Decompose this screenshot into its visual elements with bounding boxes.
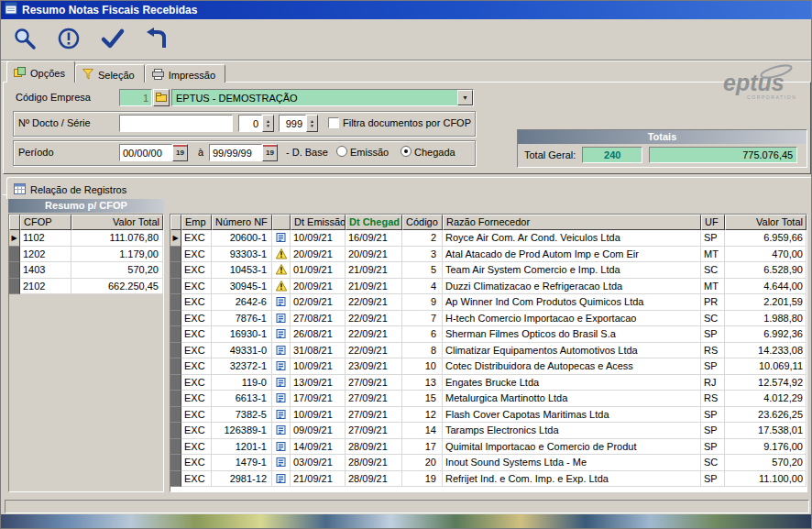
cfop-col-header[interactable]: Valor Total — [71, 215, 163, 230]
valor-cell: 2.201,59 — [725, 294, 807, 311]
grid-row[interactable]: EXC2981-1221/09/2128/09/2119Refrijet Ind… — [170, 471, 807, 488]
grid-row[interactable]: EXC10453-101/09/2121/09/215Team Air Syst… — [170, 262, 807, 279]
grid-row[interactable]: ▶EXC20600-110/09/2116/09/212Royce Air Co… — [170, 230, 807, 247]
uf-cell: SP — [701, 471, 725, 488]
cfop-cell: 1403 — [20, 262, 71, 279]
dt-chegada-cell: 28/09/21 — [346, 471, 402, 488]
cfop-row[interactable]: 1403570,20 — [9, 262, 163, 279]
grid-row[interactable]: EXC93303-120/09/2120/09/213Atal Atacado … — [170, 247, 807, 263]
valor-cell: 12.574,92 — [725, 375, 807, 391]
row-indicator — [170, 247, 181, 263]
periodo-ate-input[interactable] — [209, 144, 262, 161]
dt-emissao-cell: 10/09/21 — [291, 230, 346, 247]
grid-col-header[interactable] — [272, 215, 291, 230]
cfop-row[interactable]: ▶1102111.076,80 — [9, 230, 163, 247]
total-geral-label: Total Geral: — [524, 149, 576, 160]
fornecedor-cell: Engates Brucke Ltda — [443, 375, 701, 391]
serie-de-input[interactable] — [238, 115, 262, 132]
alert-button[interactable] — [52, 23, 85, 56]
cfop-header-row: CFOPValor Total — [9, 215, 163, 230]
grid-row[interactable]: EXC7382-510/09/2127/09/2112Flash Cover C… — [170, 407, 807, 424]
serie-ate-input[interactable] — [279, 115, 306, 132]
search-icon — [13, 27, 37, 53]
grid-col-header[interactable]: Número NF — [212, 215, 272, 230]
filtro-cfop-checkbox[interactable] — [328, 117, 339, 128]
grid-col-header[interactable]: Razão Fornecedor — [443, 215, 701, 230]
grid-row[interactable]: EXC49331-031/08/2122/09/218Climatizar Eq… — [170, 343, 807, 359]
dt-emissao-cell: 02/09/21 — [291, 294, 346, 311]
cfop-col-header[interactable]: CFOP — [20, 215, 71, 230]
warning-icon — [272, 279, 291, 295]
dt-emissao-cell: 03/09/21 — [291, 455, 346, 471]
row-indicator — [170, 343, 181, 359]
periodo-de-calendar-button[interactable]: 19 — [172, 144, 188, 161]
grid-col-header[interactable]: Código — [402, 215, 443, 230]
radio-emissao[interactable] — [336, 146, 347, 157]
cfop-row[interactable]: 2102662.250,45 — [9, 279, 163, 295]
emp-cell: EXC — [181, 343, 212, 359]
tab-opcoes[interactable]: Opções — [6, 61, 75, 83]
grid-col-header[interactable]: UF — [701, 215, 725, 230]
cfop-row[interactable]: 12021.179,00 — [9, 247, 163, 263]
grid-row[interactable]: EXC1479-103/09/2128/09/2120Inout Sound S… — [170, 455, 807, 471]
back-button[interactable] — [140, 23, 173, 56]
grid-row[interactable]: EXC16930-126/08/2122/09/216Sherman Filme… — [170, 326, 807, 343]
records-table: EmpNúmero NFDt EmissãoDt ChegadCódigoRaz… — [170, 214, 807, 492]
grid-col-header[interactable]: Dt Chegad — [346, 215, 402, 230]
dropdown-arrow-icon[interactable]: ▼ — [457, 90, 473, 105]
tab-selecao[interactable]: Seleção — [75, 64, 145, 83]
docto-input[interactable] — [119, 115, 233, 132]
emp-cell: EXC — [181, 471, 212, 488]
grid-row[interactable]: EXC1201-114/09/2128/09/2117Quimital Impo… — [170, 439, 807, 456]
dt-chegada-cell: 23/09/21 — [346, 358, 402, 375]
numero-nf-cell: 49331-0 — [212, 343, 272, 359]
fornecedor-cell: Inout Sound Systems Ltda - Me — [443, 455, 701, 471]
confirm-button[interactable] — [96, 23, 129, 56]
dt-emissao-cell: 31/08/21 — [291, 343, 346, 359]
valor-cell: 4.644,00 — [725, 279, 807, 295]
search-button[interactable] — [8, 23, 41, 56]
desktop-taskbar[interactable] — [1, 514, 812, 529]
grid-row[interactable]: EXC32372-110/09/2123/09/2110Cotec Distri… — [170, 358, 807, 375]
info-icon — [272, 423, 291, 439]
periodo-de-input[interactable] — [119, 144, 172, 161]
grid-gutter-header[interactable] — [170, 215, 181, 230]
numero-nf-cell: 30945-1 — [212, 279, 272, 295]
cfop-table: CFOPValor Total ▶1102111.076,8012021.179… — [8, 214, 164, 492]
grid-row[interactable]: EXC30945-120/09/2121/09/214Duzzi Climati… — [170, 279, 807, 295]
uf-cell: SP — [701, 326, 725, 343]
row-indicator — [170, 358, 181, 375]
titlebar[interactable]: Resumo Notas Fiscais Recebidas — [1, 1, 811, 19]
grid-col-header[interactable]: Valor Total — [725, 215, 807, 230]
periodo-label: Período — [18, 147, 54, 158]
serie-ate-spinner[interactable]: ▲ ▼ — [306, 115, 318, 132]
row-indicator — [170, 455, 181, 471]
tab-impressao[interactable]: Impressão — [145, 64, 225, 83]
uf-cell: SC — [701, 455, 725, 471]
fornecedor-cell: Taramps Electronics Ltda — [443, 423, 701, 439]
spin-down-icon[interactable]: ▼ — [266, 124, 270, 128]
empresa-combo[interactable]: EPTUS - DEMOSTRAÇÃO ▼ — [171, 89, 474, 106]
periodo-ate-calendar-button[interactable]: 19 — [262, 144, 278, 161]
grid-row[interactable]: EXC7876-127/08/2122/09/217H-tech Comerci… — [170, 311, 807, 327]
grid-row[interactable]: EXC126389-109/09/2127/09/2114Taramps Ele… — [170, 423, 807, 439]
grid-col-header[interactable]: Emp — [181, 215, 212, 230]
warning-icon — [272, 247, 291, 263]
grid-row[interactable]: EXC6613-117/09/2127/09/2115Metalurgica M… — [170, 391, 807, 407]
grid-col-header[interactable]: Dt Emissão — [291, 215, 346, 230]
codigo-empresa-input[interactable] — [119, 89, 152, 106]
uf-cell: SP — [701, 358, 725, 375]
tab-relacao-registros[interactable]: Relação de Registros — [6, 177, 812, 199]
valor-cell: 1.988,80 — [725, 311, 807, 327]
emp-cell: EXC — [181, 230, 212, 247]
radio-chegada[interactable] — [401, 146, 411, 157]
grid-row[interactable]: EXC119-013/09/2127/09/2113Engates Brucke… — [170, 375, 807, 391]
codigo-cell: 14 — [402, 423, 443, 439]
empresa-lookup-button[interactable] — [153, 89, 170, 106]
row-indicator — [170, 391, 181, 407]
spin-down-icon[interactable]: ▼ — [310, 124, 314, 128]
serie-de-spinner[interactable]: ▲ ▼ — [262, 115, 274, 132]
grid-row[interactable]: EXC2642-602/09/2122/09/219Ap Winner Ind … — [170, 294, 807, 311]
valor-cell: 14.233,08 — [725, 343, 807, 359]
app-icon — [5, 2, 17, 18]
